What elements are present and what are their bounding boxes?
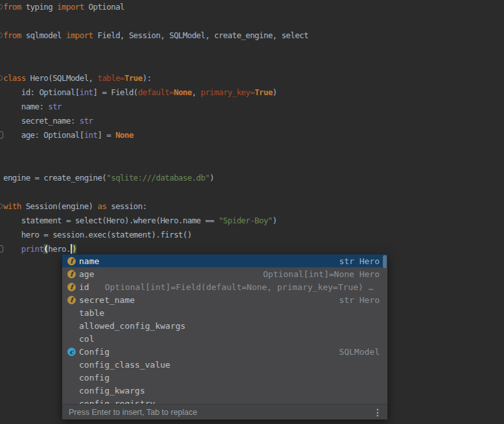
field-icon: f [67,257,76,265]
code-line[interactable] [0,185,504,199]
completion-item[interactable]: fsecret_namestr Hero [62,293,387,306]
ide-editor-screen: from typing import Optionalfrom sqlmodel… [0,0,504,424]
completion-type-hint: SQLModel [339,347,380,357]
completion-hint-text: Press Enter to insert, Tab to replace [62,408,197,417]
completion-label: Config [79,347,109,357]
code-line[interactable] [0,157,504,171]
completion-label: config_class_value [79,360,170,370]
code-line[interactable] [0,43,504,57]
completion-type-hint: str Hero [339,295,380,305]
completion-label: config [79,373,109,383]
code-line[interactable]: with Session(engine) as session: [0,199,504,214]
code-line[interactable]: statement = select(Hero).where(Hero.name… [0,214,504,228]
completion-item[interactable]: col [62,332,387,345]
completion-list: fnamestr HerofageOptional[int]=None Hero… [62,254,387,405]
completion-item[interactable]: allowed_config_kwargs [62,319,387,332]
code-line[interactable]: from sqlmodel import Field, Session, SQL… [0,28,504,43]
completion-item[interactable]: config_kwargs [62,384,387,397]
code-line[interactable]: class Hero(SQLModel, table=True): [0,71,504,85]
completion-label: age [79,269,94,279]
completion-label: config_kwargs [79,386,145,396]
completion-type-tail: Optional[int]=Field(default=None, primar… [105,282,374,292]
more-options-icon[interactable]: ⋮ [373,407,387,418]
completion-label: id [79,282,89,292]
gutter-bookmark-icon[interactable] [0,131,3,139]
completion-label: allowed_config_kwargs [79,321,185,331]
code-line[interactable] [0,14,504,28]
code-line[interactable]: from typing import Optional [0,0,504,14]
field-icon: f [67,270,76,278]
completion-label: table [79,308,104,318]
code-line[interactable]: hero = session.exec(statement).first() [0,228,504,242]
field-icon: f [67,296,76,304]
completion-type-hint: str Hero [339,256,380,266]
completion-item[interactable]: config [62,371,387,384]
completion-hint-bar: Press Enter to insert, Tab to replace ⋮ [62,404,387,419]
code-line[interactable]: age: Optional[int] = None [0,128,504,142]
completion-item[interactable]: fnamestr Hero [62,254,387,267]
completion-item[interactable]: cConfigSQLModel [62,345,387,358]
completion-popup: fnamestr HerofageOptional[int]=None Hero… [62,254,387,419]
field-icon: f [67,283,76,291]
code-line[interactable]: name: str [0,100,504,114]
completion-item[interactable]: config_class_value [62,358,387,371]
class-icon: c [67,348,76,356]
code-line[interactable]: engine = create_engine("sqlite:///databa… [0,171,504,185]
code-line[interactable] [0,142,504,157]
scrollbar-thumb[interactable] [383,255,387,268]
gutter-bookmark-icon[interactable] [0,245,3,252]
completion-item[interactable]: table [62,306,387,319]
completion-label: secret_name [79,295,135,305]
completion-label: name [79,256,99,266]
code-lines: from typing import Optionalfrom sqlmodel… [0,0,504,256]
code-line[interactable]: id: Optional[int] = Field(default=None, … [0,85,504,100]
completion-item[interactable]: fidOptional[int]=Field(default=None, pri… [62,280,387,293]
completion-label: col [79,334,94,344]
completion-item[interactable]: fageOptional[int]=None Hero [62,267,387,280]
code-line[interactable] [0,57,504,71]
code-line[interactable]: secret_name: str [0,114,504,128]
completion-type-hint: Optional[int]=None Hero [263,269,380,279]
